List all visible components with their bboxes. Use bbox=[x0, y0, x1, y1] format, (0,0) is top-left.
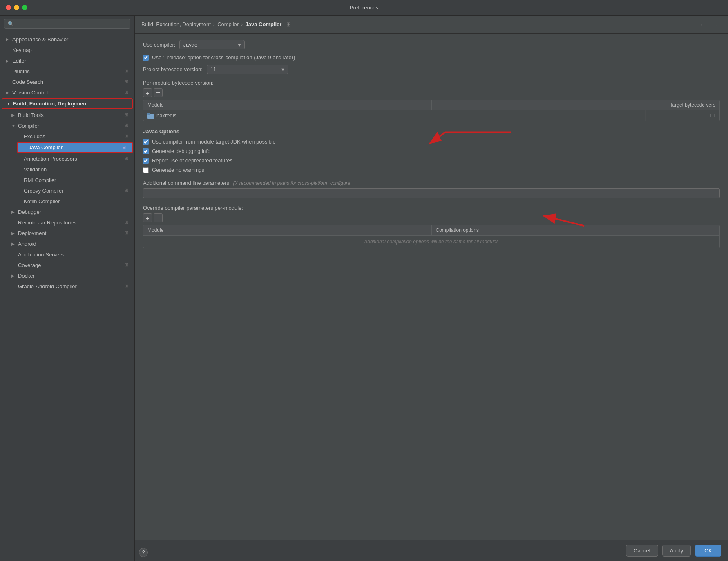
compiler-dropdown-wrapper[interactable]: Javac Eclipse Ajc ▼ bbox=[179, 40, 245, 49]
sidebar-item-label: Kotlin Compiler bbox=[24, 198, 60, 204]
table-row[interactable]: haxredis 11 bbox=[143, 110, 719, 121]
sidebar: 🔍 ▶ Appearance & Behavior ▶ Keymap ▶ Edi… bbox=[0, 16, 135, 561]
sidebar-item-groovy-compiler[interactable]: ▶ Groovy Compiler ⊞ bbox=[0, 185, 134, 196]
override-add-button[interactable]: + bbox=[143, 213, 152, 222]
sidebar-item-label: Android bbox=[18, 241, 36, 247]
sidebar-item-validation[interactable]: ▶ Validation bbox=[0, 164, 134, 175]
sidebar-item-java-compiler[interactable]: ▶ Java Compiler ⊞ bbox=[17, 142, 133, 153]
sidebar-item-android[interactable]: ▶ Android bbox=[0, 238, 134, 249]
page-icon: ⊞ bbox=[125, 262, 130, 268]
module-folder-icon bbox=[147, 113, 154, 119]
arrow-icon: ▶ bbox=[6, 37, 11, 42]
use-compiler-row: Use compiler: Javac Eclipse Ajc ▼ bbox=[143, 40, 720, 49]
sidebar-item-excludes[interactable]: ▶ Excludes ⊞ bbox=[0, 131, 134, 141]
header-module: Module bbox=[143, 100, 432, 110]
page-icon: ⊞ bbox=[125, 188, 130, 193]
bytecode-cell: 11 bbox=[646, 110, 719, 121]
javac-option2-checkbox[interactable] bbox=[143, 148, 149, 154]
nav-forward-button[interactable]: → bbox=[710, 20, 721, 29]
sidebar-item-build-exec-deploy[interactable]: ▼ Build, Execution, Deploymen bbox=[2, 98, 133, 109]
sidebar-item-annotation-processors[interactable]: ▶ Annotation Processors ⊞ bbox=[0, 153, 134, 164]
window-title: Preferences bbox=[350, 4, 378, 11]
javac-option2-row: Generate debugging info bbox=[143, 148, 720, 154]
javac-options-title: Javac Options bbox=[143, 128, 720, 135]
javac-option1-label[interactable]: Use compiler from module target JDK when… bbox=[152, 139, 276, 145]
ok-button[interactable]: OK bbox=[695, 545, 721, 557]
search-input[interactable] bbox=[16, 21, 127, 27]
sidebar-item-label: Annotation Processors bbox=[24, 156, 77, 162]
sidebar-item-label: Build Tools bbox=[18, 112, 44, 118]
override-header-compilation: Compilation options bbox=[432, 225, 720, 235]
minimize-button[interactable] bbox=[14, 5, 19, 10]
page-icon: ⊞ bbox=[125, 156, 130, 162]
sidebar-item-compiler[interactable]: ▼ Compiler ⊞ bbox=[0, 120, 134, 131]
apply-button[interactable]: Apply bbox=[662, 545, 691, 557]
additional-cmd-hint: ('/' recommended in paths for cross-plat… bbox=[233, 180, 351, 186]
per-module-label: Per-module bytecode version: bbox=[143, 80, 720, 86]
sidebar-item-build-tools[interactable]: ▶ Build Tools ⊞ bbox=[0, 110, 134, 120]
arrow-icon: ▼ bbox=[7, 101, 11, 106]
per-module-remove-button[interactable]: − bbox=[154, 88, 163, 97]
release-option-checkbox[interactable] bbox=[143, 55, 149, 61]
per-module-add-button[interactable]: + bbox=[143, 88, 152, 97]
sidebar-item-docker[interactable]: ▶ Docker bbox=[0, 270, 134, 281]
release-option-row: Use '--release' option for cross-compila… bbox=[143, 54, 720, 61]
sidebar-item-label: Appearance & Behavior bbox=[12, 36, 68, 43]
content-wrapper: Use compiler: Javac Eclipse Ajc ▼ Use '-… bbox=[135, 34, 728, 540]
sidebar-item-label: Groovy Compiler bbox=[24, 188, 64, 194]
help-button[interactable]: ? bbox=[139, 548, 148, 557]
title-bar: Preferences bbox=[0, 0, 728, 16]
page-icon: ⊞ bbox=[125, 133, 130, 139]
bytecode-dropdown[interactable]: 1.8 9 10 11 12 13 14 15 16 17 bbox=[207, 65, 288, 74]
sidebar-item-version-control[interactable]: ▶ Version Control ⊞ bbox=[0, 87, 134, 98]
sidebar-item-debugger[interactable]: ▶ Debugger bbox=[0, 206, 134, 217]
project-bytecode-label: Project bytecode version: bbox=[143, 66, 203, 72]
window-controls bbox=[6, 5, 27, 10]
release-option-label[interactable]: Use '--release' option for cross-compila… bbox=[152, 54, 295, 61]
override-remove-button[interactable]: − bbox=[154, 213, 163, 222]
sidebar-item-gradle-android-compiler[interactable]: ▶ Gradle-Android Compiler ⊞ bbox=[0, 281, 134, 292]
sidebar-item-editor[interactable]: ▶ Editor bbox=[0, 55, 134, 66]
compiler-dropdown[interactable]: Javac Eclipse Ajc bbox=[179, 40, 245, 49]
sidebar-item-application-servers[interactable]: ▶ Application Servers bbox=[0, 249, 134, 260]
sidebar-item-keymap[interactable]: ▶ Keymap bbox=[0, 45, 134, 55]
sidebar-item-label: Application Servers bbox=[18, 251, 64, 258]
main-layout: 🔍 ▶ Appearance & Behavior ▶ Keymap ▶ Edi… bbox=[0, 16, 728, 561]
search-input-wrapper[interactable]: 🔍 bbox=[4, 19, 130, 29]
sidebar-item-coverage[interactable]: ▶ Coverage ⊞ bbox=[0, 260, 134, 270]
page-icon: ⊞ bbox=[125, 68, 130, 74]
sidebar-item-kotlin-compiler[interactable]: ▶ Kotlin Compiler bbox=[0, 196, 134, 206]
javac-option4-checkbox[interactable] bbox=[143, 167, 149, 173]
sidebar-item-remote-jar-repos[interactable]: ▶ Remote Jar Repositories ⊞ bbox=[0, 217, 134, 228]
javac-option3-checkbox[interactable] bbox=[143, 158, 149, 164]
javac-option3-label[interactable]: Report use of deprecated features bbox=[152, 157, 232, 164]
bytecode-dropdown-wrapper[interactable]: 1.8 9 10 11 12 13 14 15 16 17 ▼ bbox=[207, 65, 288, 74]
sidebar-item-label: RMI Compiler bbox=[24, 177, 56, 183]
sidebar-item-label: Coverage bbox=[18, 262, 41, 268]
override-empty-message: Additional compilation options will be t… bbox=[143, 236, 719, 248]
sidebar-item-label: Gradle-Android Compiler bbox=[18, 283, 77, 289]
breadcrumb-current: Java Compiler bbox=[246, 21, 282, 27]
sidebar-item-plugins[interactable]: ▶ Plugins ⊞ bbox=[0, 66, 134, 76]
additional-cmd-input[interactable] bbox=[143, 188, 720, 198]
javac-option2-label[interactable]: Generate debugging info bbox=[152, 148, 210, 154]
cancel-button[interactable]: Cancel bbox=[626, 545, 658, 557]
additional-cmd-label: Additional command line parameters: bbox=[143, 180, 231, 186]
header-bytecode: Target bytecode vers bbox=[432, 100, 720, 110]
nav-back-button[interactable]: ← bbox=[697, 20, 708, 29]
pin-icon[interactable]: ⊞ bbox=[286, 21, 291, 27]
maximize-button[interactable] bbox=[22, 5, 27, 10]
sidebar-item-deployment[interactable]: ▶ Deployment ⊞ bbox=[0, 228, 134, 238]
close-button[interactable] bbox=[6, 5, 11, 10]
use-compiler-label: Use compiler: bbox=[143, 42, 175, 48]
javac-option1-checkbox[interactable] bbox=[143, 139, 149, 145]
sidebar-item-appearance-behavior[interactable]: ▶ Appearance & Behavior bbox=[0, 34, 134, 45]
javac-option4-label[interactable]: Generate no warnings bbox=[152, 167, 204, 173]
content-area: Build, Execution, Deployment › Compiler … bbox=[135, 16, 728, 561]
sidebar-item-code-search[interactable]: ▶ Code Search ⊞ bbox=[0, 76, 134, 87]
override-compiler-section: Override compiler parameters per-module:… bbox=[143, 205, 720, 248]
javac-option1-row: Use compiler from module target JDK when… bbox=[143, 139, 720, 145]
page-icon: ⊞ bbox=[125, 112, 130, 118]
search-box[interactable]: 🔍 bbox=[0, 16, 134, 32]
sidebar-item-rmi-compiler[interactable]: ▶ RMI Compiler bbox=[0, 175, 134, 185]
